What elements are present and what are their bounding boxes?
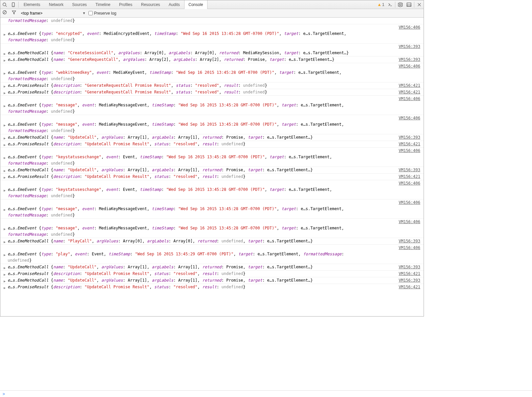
- source-link[interactable]: VM156:393: [395, 264, 420, 270]
- log-row: formattedMessage: undefined}: [0, 37, 424, 43]
- separator: [395, 2, 395, 8]
- source-link[interactable]: VM156:406: [0, 115, 424, 121]
- log-row: formattedMessage: undefined}: [0, 231, 424, 238]
- warning-count: 1: [382, 2, 384, 7]
- log-row: formattedMessage: undefined}: [0, 160, 424, 167]
- dock-icon[interactable]: [405, 0, 413, 9]
- source-link[interactable]: VM156:406: [0, 95, 424, 102]
- log-row: formattedMessage: undefined}: [0, 193, 424, 199]
- svg-rect-5: [407, 3, 411, 6]
- source-link[interactable]: VM156:421: [395, 271, 420, 277]
- disclosure-triangle[interactable]: ▶: [4, 90, 6, 96]
- source-link[interactable]: VM156:393: [395, 134, 420, 141]
- source-link[interactable]: VM156:421: [395, 284, 420, 290]
- search-icon[interactable]: [0, 0, 9, 9]
- log-row: ▶e…s.EmeEvent {type: "message", event: M…: [0, 225, 424, 231]
- source-link[interactable]: VM156:406: [0, 24, 424, 31]
- tab-console[interactable]: Console: [184, 0, 207, 9]
- warnings-badge[interactable]: ▲ 1: [376, 2, 386, 7]
- source-link[interactable]: VM156:421: [395, 82, 420, 89]
- tab-resources[interactable]: Resources: [137, 0, 164, 9]
- source-link[interactable]: VM156:393: [395, 238, 420, 244]
- svg-line-10: [4, 11, 6, 13]
- devtools-toolbar: ElementsNetworkSourcesTimelineProfilesRe…: [0, 0, 424, 9]
- disclosure-triangle[interactable]: ▶: [4, 174, 6, 181]
- tab-network[interactable]: Network: [45, 0, 68, 9]
- device-mode-icon[interactable]: [9, 0, 18, 9]
- source-link[interactable]: VM156:421: [395, 174, 420, 180]
- source-link[interactable]: VM156:421: [395, 89, 420, 95]
- log-row: undefined}: [0, 257, 424, 264]
- close-icon[interactable]: [415, 0, 424, 9]
- log-row: ▶e…s.EmeEvent {type: "keystatuseschange"…: [0, 187, 424, 193]
- log-row: ▶e…s.EmeEvent {type: "keystatuseschange"…: [0, 154, 424, 160]
- frame-selector[interactable]: <top frame> ▼: [21, 11, 86, 16]
- log-row: ▶VM156:393e…s.EmeMethodCall {name: "Gene…: [0, 56, 424, 63]
- warning-icon: ▲: [377, 2, 381, 7]
- disclosure-triangle[interactable]: ▶: [4, 239, 6, 245]
- log-row: ▶e…s.EmeEvent {type: "message", event: M…: [0, 121, 424, 128]
- log-row: ▶VM156:421e…s.PromiseResult {description…: [0, 270, 424, 277]
- separator: [414, 2, 414, 8]
- console-subtoolbar: <top frame> ▼ Preserve log: [0, 9, 424, 18]
- chevron-down-icon: ▼: [82, 11, 86, 15]
- log-row: formattedMessage: undefined}: [0, 76, 424, 82]
- log-row: ▶VM156:393e…s.EmeMethodCall {name: "Upda…: [0, 134, 424, 141]
- log-row: ▶VM156:393e…s.EmeMethodCall {name: "Upda…: [0, 167, 424, 173]
- separator: [18, 2, 19, 8]
- log-row: ▶e…s.EmeEvent {type: "message", event: M…: [0, 206, 424, 212]
- tab-elements[interactable]: Elements: [19, 0, 45, 9]
- log-row: ▶VM156:393e…s.EmeMethodCall {name: "Upda…: [0, 277, 424, 284]
- tab-timeline[interactable]: Timeline: [91, 0, 115, 9]
- preserve-log-label: Preserve log: [94, 11, 116, 16]
- svg-point-0: [3, 3, 6, 6]
- frame-selector-label: <top frame>: [21, 11, 43, 16]
- log-row: ▶e…s.EmeEvent {type: "play", event: Even…: [0, 251, 424, 257]
- panel-tabs: ElementsNetworkSourcesTimelineProfilesRe…: [19, 0, 207, 9]
- clear-console-icon[interactable]: [2, 10, 9, 17]
- disclosure-triangle[interactable]: ▶: [4, 142, 6, 148]
- source-link[interactable]: VM156:406: [0, 147, 424, 154]
- source-link[interactable]: VM156:393: [395, 57, 420, 63]
- preserve-log-input[interactable]: [88, 11, 93, 15]
- log-row: ▶VM156:393e…s.EmeMethodCall {name: "Upda…: [0, 264, 424, 270]
- log-row: formattedMessage: undefined}: [0, 108, 424, 115]
- source-link[interactable]: VM156:421: [395, 141, 420, 147]
- log-row: ▶VM156:421e…s.PromiseResult {description…: [0, 173, 424, 180]
- console-prompt-icon[interactable]: [386, 0, 394, 9]
- log-row: ▶VM156:421e…s.PromiseResult {description…: [0, 284, 424, 290]
- log-row: ▶e…s.EmeMethodCall {name: "CreateSession…: [0, 50, 424, 56]
- preserve-log-checkbox[interactable]: Preserve log: [88, 11, 116, 16]
- log-row: ▶e…s.EmeEvent {type: "webkitneedkey", ev…: [0, 69, 424, 76]
- source-link[interactable]: VM156:406: [0, 63, 424, 69]
- filter-icon[interactable]: [12, 10, 18, 17]
- tab-audits[interactable]: Audits: [164, 0, 184, 9]
- tab-sources[interactable]: Sources: [68, 0, 91, 9]
- source-link[interactable]: VM156:406: [0, 180, 424, 187]
- log-row: ▶VM156:421e…s.PromiseResult {description…: [0, 89, 424, 95]
- source-link[interactable]: VM156:406: [0, 244, 424, 251]
- disclosure-triangle[interactable]: ▶: [4, 285, 6, 291]
- log-row: ▶e…s.EmeEvent {type: "message", event: M…: [0, 102, 424, 108]
- source-link[interactable]: VM156:393: [395, 167, 420, 173]
- log-row: ▶VM156:421e…s.PromiseResult {description…: [0, 141, 424, 147]
- log-row: ▶e…s.EmeEvent {type: "encrypted", event:…: [0, 31, 424, 37]
- svg-marker-11: [12, 11, 16, 14]
- settings-icon[interactable]: [396, 0, 405, 9]
- log-row: ▶VM156:421e…s.PromiseResult {description…: [0, 82, 424, 89]
- tab-profiles[interactable]: Profiles: [115, 0, 137, 9]
- log-row: ▶VM156:393e…s.EmeMethodCall {name: "Play…: [0, 238, 424, 244]
- source-link[interactable]: VM156:393: [395, 277, 420, 284]
- log-row: formattedMessage: undefined}: [0, 128, 424, 134]
- disclosure-triangle[interactable]: ▶: [4, 57, 6, 64]
- source-link[interactable]: VM156:393: [0, 43, 424, 50]
- svg-line-1: [6, 5, 7, 7]
- log-row: formattedMessage: undefined}: [0, 212, 424, 218]
- source-link[interactable]: VM156:406: [0, 199, 424, 206]
- svg-rect-6: [407, 5, 411, 6]
- log-row: formattedMessage: undefined}: [0, 18, 424, 24]
- console-output: formattedMessage: undefined}VM156:406▶e……: [0, 18, 424, 310]
- source-link[interactable]: VM156:406: [0, 218, 424, 225]
